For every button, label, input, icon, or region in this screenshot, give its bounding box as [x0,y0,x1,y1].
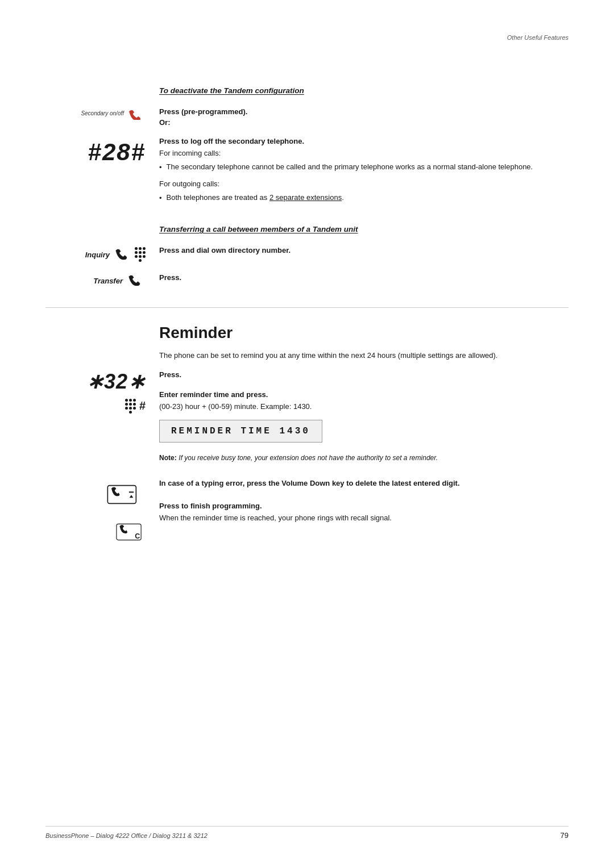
secondary-icon-wrapper: Secondary on/off [81,108,146,120]
bold-warning: In case of a typing error, press the Vol… [159,478,569,489]
reminder-section: Reminder The phone can be set to remind … [45,324,569,545]
press-finish-label: Press to finish programming. [159,502,569,510]
footer-left: BusinessPhone – Dialog 4222 Office / Dia… [45,832,208,839]
press-label: Press. [159,370,569,379]
incoming-bullet-text: The secondary telephone cannot be called… [167,161,533,173]
phone-device-row: C In case of a typing error, press the V… [45,478,569,545]
inquiry-content: Press and dial own directory number. [159,246,569,257]
inquiry-icon-wrapper: Inquiry [85,247,146,262]
hash28-code: #28# [88,140,146,164]
deactivate-content: To deactivate the Tandem configuration [159,86,569,101]
transfer-heading: Transferring a call between members of a… [159,225,569,233]
transfer-section: Transferring a call between members of a… [45,225,569,291]
hash-with-grid: # [125,399,146,414]
hash28-row: #28# Press to log off the secondary tele… [45,137,569,209]
reminder-heading-icon-col [45,324,159,325]
transfer-content: Press. [159,273,569,284]
star32-icon-col: ∗32∗ # [45,370,159,414]
reminder-heading: Reminder [159,324,569,342]
transfer-row: Transfer Press. [45,273,569,291]
hash28-icon-col: #28# [45,137,159,164]
inquiry-label: Inquiry [85,251,110,259]
secondary-onoff-row: Secondary on/off Press (pre-programmed).… [45,107,569,130]
star32-code: ∗32∗ [86,372,146,392]
star32-row: ∗32∗ # Press. Enter r [45,370,569,471]
deactivate-icon-col [45,86,159,87]
note-box: Note: If you receive busy tone, your ext… [159,453,569,463]
transfer-heading-icon-col [45,225,159,226]
footer-page-number: 79 [561,831,569,840]
transfer-icon-col: Transfer [45,273,159,291]
reminder-heading-content: Reminder The phone can be set to remind … [159,324,569,364]
hash-symbol: # [139,399,146,412]
outgoing-bullet-text: Both telephones are treated as 2 separat… [167,192,344,203]
outgoing-link: 2 separate extensions [269,193,342,202]
note-italic-text: If you receive busy tone, your extension… [179,454,438,462]
volume-down-phone-icon [103,481,146,511]
c-phone-icon: C [114,521,146,545]
enter-reminder-label: Enter reminder time and press. [159,390,569,399]
inquiry-row: Inquiry P [45,246,569,266]
incoming-label: For incoming calls: [159,148,569,159]
section-divider [45,307,569,308]
reminder-heading-row: Reminder The phone can be set to remind … [45,324,569,364]
tandem-deactivate-section: To deactivate the Tandem configuration S… [45,86,569,209]
star32-content: Press. Enter reminder time and press. (0… [159,370,569,471]
inquiry-icon-col: Inquiry [45,246,159,266]
when-reminder-text: When the reminder time is reached, your … [159,512,569,524]
press-preprogrammed-label: Press (pre-programmed). [159,107,569,116]
secondary-icon-col: Secondary on/off [45,107,159,120]
svg-text:C: C [135,532,140,540]
inquiry-dot-grid [135,247,146,262]
inquiry-instruction: Press and dial own directory number. [159,246,569,254]
or-label: Or: [159,118,569,127]
header-text: Other Useful Features [507,34,569,41]
press-log-off-label: Press to log off the secondary telephone… [159,137,569,145]
deactivate-heading: To deactivate the Tandem configuration [159,86,569,95]
incoming-bullets: The secondary telephone cannot be called… [159,161,569,173]
star32-icons: ∗32∗ # [86,372,146,414]
incoming-bullet-1: The secondary telephone cannot be called… [159,161,569,173]
phone-devices: C [103,479,146,545]
inquiry-phone-icon [114,248,132,261]
reminder-intro: The phone can be set to remind you at an… [159,350,569,361]
outgoing-bullets: Both telephones are treated as 2 separat… [159,192,569,204]
page: Other Useful Features To deactivate the … [0,0,614,868]
page-header: Other Useful Features [45,34,569,41]
deactivate-heading-row: To deactivate the Tandem configuration [45,86,569,101]
outgoing-label: For outgoing calls: [159,178,569,190]
transfer-label: Transfer [93,277,123,285]
phone-device-content: In case of a typing error, press the Vol… [159,478,569,525]
hash28-content: Press to log off the secondary telephone… [159,137,569,209]
transfer-phone-icon [127,274,146,287]
transfer-heading-content: Transferring a call between members of a… [159,225,569,239]
page-footer: BusinessPhone – Dialog 4222 Office / Dia… [45,826,569,840]
reminder-dot-grid [125,399,136,414]
secondary-label: Secondary on/off [81,110,124,116]
inquiry-phone-grid [114,247,146,262]
transfer-icon-wrapper: Transfer [93,274,146,287]
transfer-heading-row: Transferring a call between members of a… [45,225,569,239]
transfer-instruction: Press. [159,273,569,282]
secondary-phone-icon [127,108,146,120]
outgoing-bullet-1: Both telephones are treated as 2 separat… [159,192,569,204]
reminder-example: (00-23) hour + (00-59) minute. Example: … [159,401,569,412]
reminder-display: REMINDER TIME 1430 [159,420,322,443]
note-prefix: Note: [159,454,177,462]
phone-device-icon-col: C [45,478,159,545]
press-preprogrammed-content: Press (pre-programmed). Or: [159,107,569,130]
